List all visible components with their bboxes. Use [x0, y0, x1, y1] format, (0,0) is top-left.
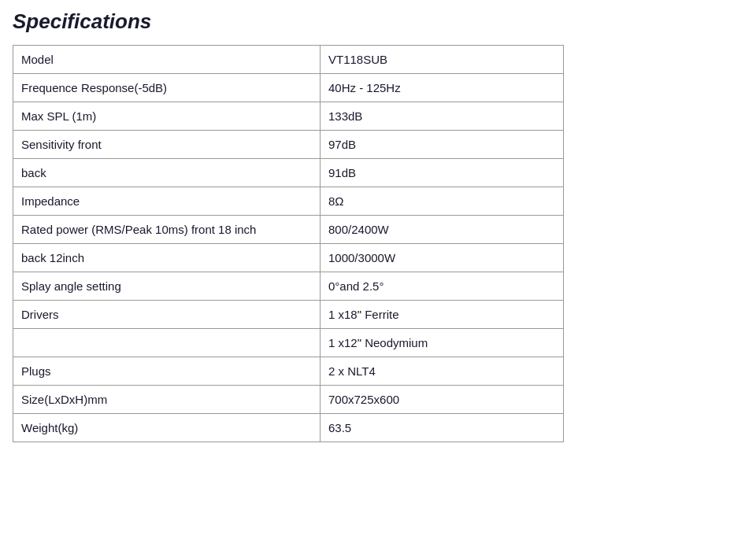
table-row: Sensitivity front97dB [13, 131, 564, 159]
spec-value: 1000/3000W [321, 244, 564, 272]
spec-value: 133dB [321, 102, 564, 131]
spec-label: Model [13, 46, 321, 74]
spec-label: Size(LxDxH)mm [13, 386, 321, 414]
spec-label: Drivers [13, 301, 321, 329]
table-row: Frequence Response(-5dB)40Hz - 125Hz [13, 74, 564, 102]
table-row: Impedance8Ω [13, 187, 564, 216]
table-row: Weight(kg)63.5 [13, 414, 564, 442]
spec-value: 2 x NLT4 [321, 357, 564, 386]
spec-value: 91dB [321, 159, 564, 187]
spec-value: 1 x18" Ferrite [321, 301, 564, 329]
spec-value: 0°and 2.5° [321, 272, 564, 301]
table-row: Drivers1 x18" Ferrite [13, 301, 564, 329]
spec-label: Frequence Response(-5dB) [13, 74, 321, 102]
spec-label: back [13, 159, 321, 187]
spec-label: Rated power (RMS/Peak 10ms) front 18 inc… [13, 216, 321, 244]
table-row: back 12inch1000/3000W [13, 244, 564, 272]
spec-value: 40Hz - 125Hz [321, 74, 564, 102]
table-row: Max SPL (1m)133dB [13, 102, 564, 131]
spec-value: 8Ω [321, 187, 564, 216]
table-row: Plugs2 x NLT4 [13, 357, 564, 386]
table-row: Splay angle setting0°and 2.5° [13, 272, 564, 301]
table-row: back91dB [13, 159, 564, 187]
spec-label: back 12inch [13, 244, 321, 272]
spec-label: Max SPL (1m) [13, 102, 321, 131]
spec-label [13, 329, 321, 357]
spec-value: 800/2400W [321, 216, 564, 244]
specifications-table: ModelVT118SUBFrequence Response(-5dB)40H… [13, 45, 564, 442]
spec-value: VT118SUB [321, 46, 564, 74]
spec-value: 1 x12" Neodymium [321, 329, 564, 357]
spec-label: Splay angle setting [13, 272, 321, 301]
spec-label: Sensitivity front [13, 131, 321, 159]
spec-label: Plugs [13, 357, 321, 386]
table-row: ModelVT118SUB [13, 46, 564, 74]
spec-value: 97dB [321, 131, 564, 159]
page-title: Specifications [13, 9, 743, 34]
table-row: 1 x12" Neodymium [13, 329, 564, 357]
spec-label: Weight(kg) [13, 414, 321, 442]
spec-label: Impedance [13, 187, 321, 216]
table-row: Size(LxDxH)mm700x725x600 [13, 386, 564, 414]
spec-value: 700x725x600 [321, 386, 564, 414]
table-row: Rated power (RMS/Peak 10ms) front 18 inc… [13, 216, 564, 244]
spec-value: 63.5 [321, 414, 564, 442]
